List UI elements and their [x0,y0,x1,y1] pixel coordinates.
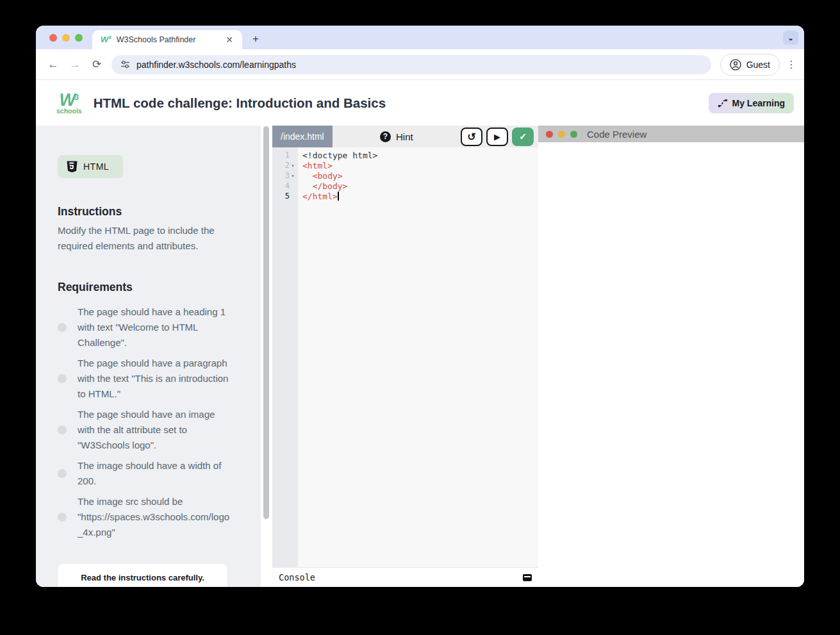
code-token: <body> [302,171,343,181]
gutter-line: 2▾ [272,160,298,170]
html5-shield-icon [67,161,78,173]
requirement-item: The page should have a paragraph with th… [58,356,261,402]
close-window-button[interactable] [49,34,57,42]
site-settings-icon[interactable] [120,60,130,69]
console-label: Console [279,572,523,582]
tab-close-icon[interactable]: ✕ [223,35,236,45]
requirement-text: The page should have an image with the a… [78,407,230,453]
line-number: 2 [285,161,290,170]
url-text: pathfinder.w3schools.com/learningpaths [136,60,296,70]
requirement-item: The image src should be "https://spaces.… [58,494,261,540]
requirement-status-dot [58,469,67,478]
requirement-text: The page should have a paragraph with th… [78,356,230,402]
preview-green-dot-icon [570,131,577,138]
requirement-status-dot [58,513,67,522]
code-token: </html> [302,192,338,201]
requirement-status-dot [58,425,67,434]
line-number: 1 [285,151,290,160]
language-badge-label: HTML [83,161,109,172]
line-number: 4 [285,181,290,190]
console-bar[interactable]: Console [272,567,538,587]
page-header: W3 schools HTML code challenge: Introduc… [36,80,804,126]
code-line[interactable]: <html> [298,160,538,170]
code-token: <html> [302,161,333,170]
new-tab-button[interactable]: + [252,33,259,49]
preview-red-dot-icon [546,131,553,138]
minimize-window-button[interactable] [62,34,70,42]
maximize-window-button[interactable] [75,34,83,42]
reset-code-button[interactable]: ↺ [461,128,482,146]
preview-title: Code Preview [587,129,646,140]
person-icon [730,59,741,70]
tab-search-chevron-icon[interactable]: ⌄ [783,31,798,45]
w3schools-logo[interactable]: W3 schools [56,92,82,115]
fold-caret-icon[interactable]: ▾ [290,173,296,179]
code-editor-panel: /index.html ? Hint ↺ ▶ ✓ 1▾2▾3▾4▾5▾ <!do… [272,126,538,587]
check-icon: ✓ [519,131,527,142]
browser-tab[interactable]: W3 W3Schools Pathfinder ✕ [92,30,242,49]
submit-check-button[interactable]: ✓ [512,128,534,146]
editor-header: /index.html ? Hint ↺ ▶ ✓ [272,126,538,147]
forward-icon[interactable]: → [64,54,86,76]
browser-toolbar: ← → ⟳ pathfinder.w3schools.com/learningp… [36,49,804,80]
tip-card: Read the instructions carefully. Each ch… [58,564,227,587]
w3schools-favicon-icon: W3 [101,35,111,44]
address-bar[interactable]: pathfinder.w3schools.com/learningpaths [111,55,711,74]
run-code-button[interactable]: ▶ [486,128,508,146]
instructions-heading: Instructions [58,205,261,219]
hint-button[interactable]: ? Hint [333,131,461,142]
browser-menu-icon[interactable]: ⋮ [786,58,796,70]
sidebar-scrollbar-thumb[interactable] [263,126,269,519]
content: HTML Instructions Modify the HTML page t… [36,126,804,587]
preview-yellow-dot-icon [558,131,565,138]
guest-label: Guest [746,60,770,70]
learning-path-icon [718,99,728,108]
gutter-line: 1▾ [272,150,298,160]
challenge-sidebar: HTML Instructions Modify the HTML page t… [36,126,261,587]
reset-icon: ↺ [467,131,475,143]
text-cursor [338,192,339,201]
tab-title: W3Schools Pathfinder [117,35,224,44]
tip-text: Each challenge will provide specific [64,586,221,587]
console-panel-icon[interactable] [523,574,532,581]
requirement-text: The image should have a width of 200. [78,458,230,489]
guest-profile-button[interactable]: Guest [720,54,780,76]
requirements-heading: Requirements [58,281,261,294]
line-number: 5 [285,192,290,201]
code-line[interactable]: </body> [298,181,538,191]
code-area[interactable]: 1▾2▾3▾4▾5▾ <!doctype html><html> <body> … [272,147,538,567]
browser-window: W3 W3Schools Pathfinder ✕ + ⌄ ← → ⟳ path… [36,26,804,587]
code-preview-panel: Code Preview [538,126,804,587]
preview-header: Code Preview [538,126,804,142]
language-badge: HTML [58,155,123,178]
code-line[interactable]: </html> [298,191,538,201]
line-number: 3 [285,171,290,180]
browser-tabstrip: W3 W3Schools Pathfinder ✕ + ⌄ [36,26,804,49]
editor-gutter: 1▾2▾3▾4▾5▾ [272,147,298,567]
my-learning-button[interactable]: My Learning [709,93,794,113]
my-learning-label: My Learning [732,98,785,108]
sidebar-scrollbar [261,126,272,587]
requirement-item: The image should have a width of 200. [58,458,261,489]
instructions-text: Modify the HTML page to include the requ… [58,223,218,254]
editor-code[interactable]: <!doctype html><html> <body> </body></ht… [298,147,538,567]
code-token: </body> [302,181,347,191]
requirement-text: The page should have a heading 1 with te… [78,304,230,350]
file-tab-index-html[interactable]: /index.html [272,126,333,147]
code-line[interactable]: <body> [298,170,538,181]
play-icon: ▶ [494,132,500,142]
question-icon: ? [380,131,391,142]
preview-body [538,142,804,587]
hint-label: Hint [396,131,413,142]
code-token: <!doctype html> [302,151,377,160]
fold-caret-icon[interactable]: ▾ [290,163,296,169]
requirement-item: The page should have a heading 1 with te… [58,304,261,350]
reload-icon[interactable]: ⟳ [86,54,108,76]
editor-actions: ↺ ▶ ✓ [461,128,538,146]
requirement-text: The image src should be "https://spaces.… [78,494,230,540]
requirement-item: The page should have an image with the a… [58,407,261,453]
code-line[interactable]: <!doctype html> [298,150,538,160]
page-title: HTML code challenge: Introduction and Ba… [94,95,709,111]
gutter-line: 3▾ [272,170,298,181]
back-icon[interactable]: ← [42,54,64,76]
